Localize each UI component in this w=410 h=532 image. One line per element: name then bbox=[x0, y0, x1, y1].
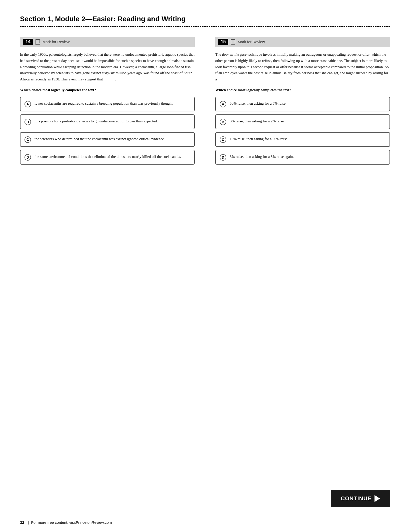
page-footer: 32 | For more free content, visit Prince… bbox=[20, 520, 112, 525]
question-15-prompt: Which choice most logically completes th… bbox=[215, 88, 390, 92]
choice-14-c-text: the scientists who determined that the c… bbox=[34, 136, 165, 142]
question-14-choice-a[interactable]: A fewer coelacanths are required to sust… bbox=[20, 97, 195, 111]
choice-15-c-text: 10% raise, then asking for a 50% raise. bbox=[230, 136, 288, 142]
bookmark-icon-14[interactable] bbox=[36, 39, 40, 45]
question-14-number: 14 bbox=[23, 39, 33, 45]
page-title: Section 1, Module 2—Easier: Reading and … bbox=[20, 15, 390, 23]
choice-14-b-letter: B bbox=[24, 119, 31, 125]
question-14-choice-d[interactable]: D the same environmental conditions that… bbox=[20, 150, 195, 165]
choice-14-b-text: it is possible for a prehistoric species… bbox=[34, 118, 158, 124]
question-14-column: 14 Mark for Review In the early 1900s, p… bbox=[20, 37, 205, 168]
question-14-prompt: Which choice most logically completes th… bbox=[20, 88, 195, 92]
bookmark-icon-15[interactable] bbox=[231, 39, 235, 45]
choice-14-a-text: fewer coelacanths are required to sustai… bbox=[34, 101, 174, 106]
footer-separator: | bbox=[28, 520, 29, 525]
continue-arrow-icon bbox=[374, 495, 380, 502]
choice-15-a-letter: A bbox=[220, 101, 226, 107]
choice-14-a-letter: A bbox=[24, 101, 31, 107]
choice-15-c-letter: C bbox=[220, 136, 226, 143]
footer-link[interactable]: PrincetonReview.com bbox=[76, 520, 112, 525]
mark-for-review-14-label: Mark for Review bbox=[42, 40, 70, 44]
passage-15-italic: door-in-the-face bbox=[222, 52, 246, 56]
footer-text: For more free content, visit bbox=[31, 520, 76, 525]
choice-15-d-text: 3% raise, then asking for a 3% raise aga… bbox=[230, 154, 294, 160]
question-14-passage: In the early 1900s, paleontologists larg… bbox=[20, 51, 195, 82]
passage-15-before-italic: The bbox=[215, 52, 222, 56]
footer-page-number: 32 bbox=[20, 520, 24, 525]
choice-14-d-text: the same environmental conditions that e… bbox=[34, 154, 181, 160]
questions-container: 14 Mark for Review In the early 1900s, p… bbox=[20, 37, 390, 168]
header-divider bbox=[20, 26, 390, 27]
question-14-choice-b[interactable]: B it is possible for a prehistoric speci… bbox=[20, 114, 195, 129]
continue-button[interactable]: CONTINUE bbox=[331, 490, 390, 507]
question-14-header: 14 Mark for Review bbox=[20, 37, 195, 47]
question-15-header: 15 Mark for Review bbox=[215, 37, 390, 47]
choice-14-c-letter: C bbox=[24, 136, 31, 143]
question-15-choice-c[interactable]: C 10% raise, then asking for a 50% raise… bbox=[215, 132, 390, 147]
question-15-choice-b[interactable]: B 3% raise, then asking for a 2% raise. bbox=[215, 114, 390, 129]
question-15-choice-d[interactable]: D 3% raise, then asking for a 3% raise a… bbox=[215, 150, 390, 165]
mark-for-review-15-label: Mark for Review bbox=[238, 40, 265, 44]
continue-button-container: CONTINUE bbox=[331, 490, 390, 507]
question-15-passage: The door-in-the-face technique involves … bbox=[215, 51, 390, 82]
choice-15-a-text: 50% raise, then asking for a 5% raise. bbox=[230, 101, 286, 106]
question-15-column: 15 Mark for Review The door-in-the-face … bbox=[205, 37, 390, 168]
question-14-choice-c[interactable]: C the scientists who determined that the… bbox=[20, 132, 195, 147]
choice-15-d-letter: D bbox=[220, 154, 226, 161]
question-15-number: 15 bbox=[218, 39, 228, 45]
choice-15-b-letter: B bbox=[220, 119, 226, 125]
footer-link-text: PrincetonReview.com bbox=[76, 520, 112, 525]
question-15-choice-a[interactable]: A 50% raise, then asking for a 5% raise. bbox=[215, 97, 390, 111]
header: Section 1, Module 2—Easier: Reading and … bbox=[20, 15, 390, 27]
passage-15-after-italic: technique involves initially making an o… bbox=[215, 52, 390, 81]
choice-14-d-letter: D bbox=[24, 154, 31, 161]
continue-label: CONTINUE bbox=[341, 495, 372, 502]
choice-15-b-text: 3% raise, then asking for a 2% raise. bbox=[230, 118, 285, 124]
